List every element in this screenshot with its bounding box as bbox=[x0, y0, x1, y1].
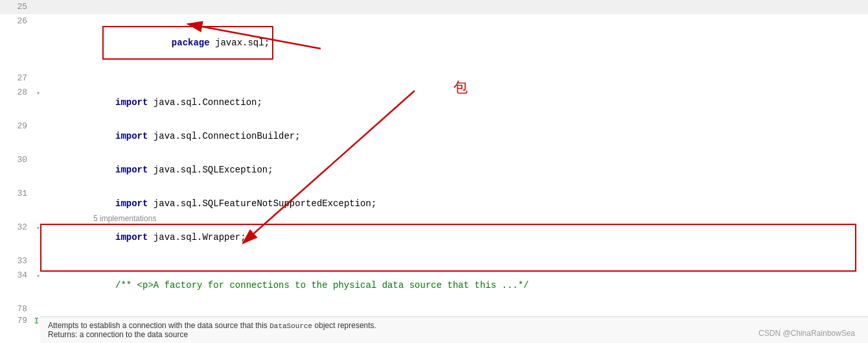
line-number: 27 bbox=[0, 71, 32, 86]
import-path: java.sql.ConnectionBuilder; bbox=[148, 131, 300, 141]
code-line: import java.sql.ConnectionBuilder; bbox=[45, 119, 868, 153]
keyword-import: import bbox=[115, 198, 148, 209]
line-number: 26 bbox=[0, 14, 32, 71]
code-line: import java.sql.Wrapper; bbox=[45, 220, 868, 254]
javadoc-comment: /** <p>A factory for connections to the … bbox=[115, 280, 529, 290]
gutter: ▾ bbox=[32, 220, 45, 254]
import-path: java.sql.SQLException; bbox=[148, 165, 273, 175]
table-row: 26 package javax.sql; bbox=[0, 14, 868, 71]
gutter bbox=[32, 14, 45, 71]
line-number: 31 bbox=[0, 187, 32, 220]
code-editor: 25 26 package javax.sql; 27 bbox=[0, 0, 868, 343]
gutter bbox=[32, 119, 45, 153]
code-line: import java.sql.SQLException; bbox=[45, 153, 868, 187]
import-path: java.sql.Connection; bbox=[148, 97, 262, 108]
table-row: 78 bbox=[0, 302, 868, 314]
gutter bbox=[32, 153, 45, 187]
gutter bbox=[32, 302, 45, 314]
line-number: 30 bbox=[0, 153, 32, 187]
table-row: 34 ▾ /** <p>A factory for connections to… bbox=[0, 268, 868, 302]
table-row: 32 ▾ import java.sql.Wrapper; bbox=[0, 220, 868, 254]
tooltip-line1: Attempts to establish a connection with … bbox=[48, 321, 860, 330]
code-line: /** <p>A factory for connections to the … bbox=[45, 268, 868, 302]
gutter bbox=[32, 254, 45, 268]
code-line: package javax.sql; bbox=[45, 14, 868, 71]
import-path: java.sql.SQLFeatureNotSupportedException… bbox=[148, 198, 376, 209]
keyword-import: import bbox=[115, 232, 148, 242]
gutter: ▾ bbox=[32, 86, 45, 119]
table-row: 29 import java.sql.ConnectionBuilder; bbox=[0, 119, 868, 153]
table-row: 28 ▾ import java.sql.Connection; bbox=[0, 86, 868, 119]
table-row: 25 bbox=[0, 0, 868, 14]
package-name: javax.sql; bbox=[210, 38, 269, 48]
table-row: 30 import java.sql.SQLException; bbox=[0, 153, 868, 187]
tooltip-datasource: DataSource bbox=[269, 322, 312, 330]
keyword-import: import bbox=[115, 131, 148, 141]
fold-icon[interactable]: ▾ bbox=[36, 224, 41, 232]
bao-label: 包 bbox=[453, 78, 468, 97]
tooltip-text2: Returns: a connection to the data source bbox=[48, 330, 188, 339]
import-path: java.sql.Wrapper; bbox=[148, 232, 246, 242]
tooltip-text1: Attempts to establish a connection with … bbox=[48, 321, 269, 330]
keyword-package: package bbox=[172, 38, 210, 48]
table-row: 31 import java.sql.SQLFeatureNotSupporte… bbox=[0, 187, 868, 220]
code-line bbox=[45, 0, 868, 14]
line-number: 33 bbox=[0, 254, 32, 268]
table-row: 33 bbox=[0, 254, 868, 268]
line-number: 78 bbox=[0, 302, 32, 314]
fold-icon[interactable]: ▾ bbox=[36, 89, 41, 97]
line-number: 32 bbox=[0, 220, 32, 254]
line-number: 25 bbox=[0, 0, 32, 14]
keyword-import: import bbox=[115, 97, 148, 108]
tooltip-line2: Returns: a connection to the data source bbox=[48, 330, 860, 339]
keyword-import: import bbox=[115, 165, 148, 175]
code-line: import java.sql.SQLFeatureNotSupportedEx… bbox=[45, 187, 868, 220]
package-highlight-box: package javax.sql; bbox=[102, 26, 273, 60]
line-number: 29 bbox=[0, 119, 32, 153]
gutter bbox=[32, 0, 45, 14]
gutter bbox=[32, 187, 45, 220]
fold-icon[interactable]: ▾ bbox=[36, 272, 41, 280]
line-number: 79 bbox=[0, 314, 32, 343]
line-number: 34 bbox=[0, 268, 32, 302]
tooltip-area: Attempts to establish a connection with … bbox=[40, 316, 868, 343]
csdn-watermark: CSDN @ChinaRainbowSea bbox=[759, 329, 855, 338]
gutter: ▾ bbox=[32, 268, 45, 302]
code-line bbox=[45, 254, 868, 268]
tooltip-text1-end: object represents. bbox=[312, 321, 376, 330]
table-row: 27 bbox=[0, 71, 868, 86]
line-number: 28 bbox=[0, 86, 32, 119]
gutter bbox=[32, 71, 45, 86]
code-line bbox=[45, 302, 868, 314]
code-table: 25 26 package javax.sql; 27 bbox=[0, 0, 868, 343]
